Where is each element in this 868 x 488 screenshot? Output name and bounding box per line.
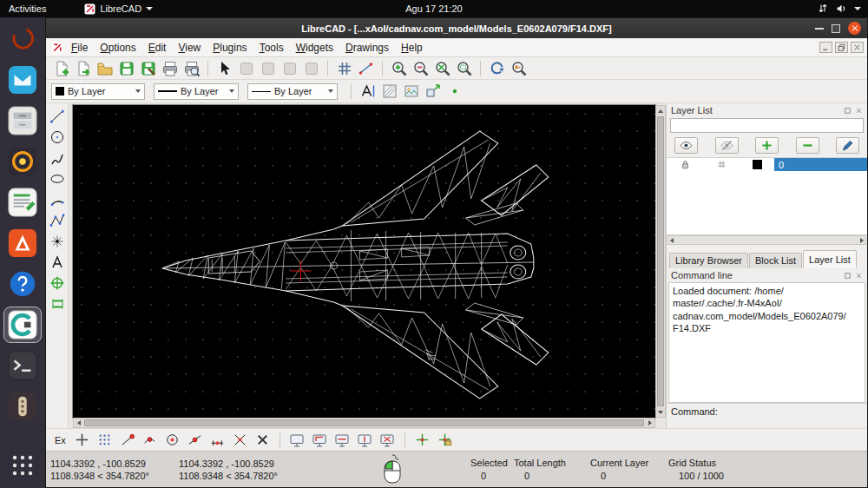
command-input[interactable]: [722, 406, 863, 417]
line-tool-button[interactable]: [48, 107, 67, 126]
layer-color-swatch[interactable]: [740, 160, 774, 169]
hatch-button[interactable]: [379, 82, 399, 101]
layer-name[interactable]: 0: [774, 158, 867, 171]
no-snap-button[interactable]: [253, 431, 273, 450]
pen-width-select[interactable]: By Layer: [154, 83, 239, 100]
add-layer-button[interactable]: [755, 137, 779, 154]
open-document-button[interactable]: [73, 59, 93, 78]
menu-file[interactable]: File: [65, 40, 94, 56]
disabled-tool-2[interactable]: [258, 59, 278, 78]
disabled-tool-1[interactable]: [236, 59, 256, 78]
drawing-canvas[interactable]: [73, 105, 655, 418]
mdi-restore-button[interactable]: [835, 42, 848, 53]
snap-intersection-button[interactable]: [230, 431, 250, 450]
open-folder-button[interactable]: [95, 59, 115, 78]
select-pointer-button[interactable]: [214, 59, 234, 78]
app-menu[interactable]: LibreCAD: [84, 3, 153, 15]
layer-construction-icon[interactable]: [703, 159, 740, 170]
activities-button[interactable]: Activities: [9, 3, 46, 14]
point-tool-button[interactable]: [48, 232, 67, 251]
polyline-tool-button[interactable]: [48, 211, 67, 230]
dock-item-librecad[interactable]: [4, 307, 41, 342]
save-as-button[interactable]: [138, 59, 158, 78]
circle-tool-button[interactable]: [48, 128, 67, 147]
scroll-left-button[interactable]: [670, 238, 674, 243]
mdi-close-button[interactable]: [851, 42, 864, 53]
layer-list-header[interactable]: Layer List: [667, 103, 867, 117]
menu-view[interactable]: View: [172, 40, 207, 56]
insert-block-button[interactable]: [423, 82, 443, 101]
minimize-button[interactable]: [815, 28, 824, 30]
scroll-right-button[interactable]: [860, 238, 864, 243]
menu-edit[interactable]: Edit: [142, 40, 173, 56]
zoom-window-button[interactable]: [454, 59, 474, 78]
restrict-orthogonal-button[interactable]: [310, 431, 330, 450]
pen-color-select[interactable]: By Layer: [51, 83, 145, 100]
text-tool-button[interactable]: [48, 253, 67, 272]
layer-list-scrollbar[interactable]: [667, 235, 866, 245]
menu-options[interactable]: Options: [94, 40, 141, 56]
layer-row[interactable]: 0: [667, 158, 867, 171]
restrict-horizontal-button[interactable]: [332, 431, 352, 450]
zoom-out-button[interactable]: [411, 59, 431, 78]
scroll-up-button[interactable]: [656, 106, 665, 115]
dock-item-extra[interactable]: [4, 389, 41, 424]
grid-toggle-button[interactable]: [334, 59, 354, 78]
menu-drawings[interactable]: Drawings: [339, 40, 395, 56]
pen-linetype-select[interactable]: By Layer: [247, 83, 338, 100]
spline-tool-button[interactable]: [48, 148, 67, 168]
dock-item-firefox[interactable]: [4, 22, 41, 56]
horizontal-scroll-thumb[interactable]: [84, 419, 644, 426]
dock-item-rhythmbox[interactable]: [4, 144, 41, 179]
vertical-scroll-thumb[interactable]: [657, 116, 664, 406]
tab-block-list[interactable]: Block List: [749, 253, 802, 268]
toggle-all-layers-button[interactable]: [674, 137, 698, 154]
float-widget-icon[interactable]: [844, 272, 852, 280]
menu-widgets[interactable]: Widgets: [290, 40, 339, 56]
horizontal-scrollbar[interactable]: [73, 418, 655, 428]
snap-endpoint-button[interactable]: [117, 431, 137, 450]
system-tray[interactable]: [818, 3, 861, 14]
menu-plugins[interactable]: Plugins: [207, 40, 253, 56]
snap-center-button[interactable]: [162, 431, 182, 450]
edit-layer-button[interactable]: [836, 137, 859, 154]
close-widget-icon[interactable]: [855, 272, 863, 280]
float-widget-icon[interactable]: [844, 107, 852, 115]
clock[interactable]: Agu 17 21:20: [405, 3, 462, 14]
print-preview-button[interactable]: [181, 59, 201, 78]
layer-filter-input[interactable]: [670, 118, 864, 133]
menu-tools[interactable]: Tools: [253, 40, 290, 56]
restrict-nothing-button[interactable]: [287, 431, 307, 450]
text-style-button[interactable]: [358, 82, 378, 101]
titlebar[interactable]: LibreCAD - [...xAoI/cadnav.com_model/Mod…: [46, 18, 867, 38]
restrict-off-button[interactable]: [378, 431, 398, 450]
ellipse-tool-button[interactable]: [48, 169, 67, 188]
snap-distance-button[interactable]: [207, 431, 227, 450]
remove-layer-button[interactable]: [796, 137, 819, 154]
layer-lock-icon[interactable]: [667, 159, 703, 170]
arc-tool-button[interactable]: [48, 190, 67, 209]
new-document-button[interactable]: [51, 59, 71, 78]
snap-grid-tool-button[interactable]: [48, 274, 67, 293]
zoom-in-button[interactable]: [389, 59, 409, 78]
measure-tool-button[interactable]: [48, 294, 67, 313]
dock-item-files[interactable]: [4, 103, 41, 138]
dock-item-help[interactable]: [4, 267, 41, 301]
toggle-layer-visibility-button[interactable]: [715, 137, 739, 154]
scroll-right-button[interactable]: [645, 419, 654, 427]
dock-item-show-applications[interactable]: [4, 448, 41, 483]
snap-entity-button[interactable]: [140, 431, 160, 450]
set-relative-zero-button[interactable]: [412, 431, 432, 450]
print-button[interactable]: [160, 59, 180, 78]
scroll-left-button[interactable]: [74, 419, 83, 427]
command-line-header[interactable]: Command line: [667, 268, 867, 282]
snap-grid-button[interactable]: [95, 431, 115, 450]
vertical-scrollbar[interactable]: [655, 105, 666, 418]
draft-lines-button[interactable]: [356, 59, 376, 78]
snap-middle-button[interactable]: [185, 431, 205, 450]
dock-item-software[interactable]: [4, 226, 41, 260]
close-button[interactable]: [848, 22, 861, 35]
maximize-button[interactable]: [832, 24, 840, 33]
point-button[interactable]: [444, 82, 464, 101]
menu-help[interactable]: Help: [395, 40, 429, 56]
